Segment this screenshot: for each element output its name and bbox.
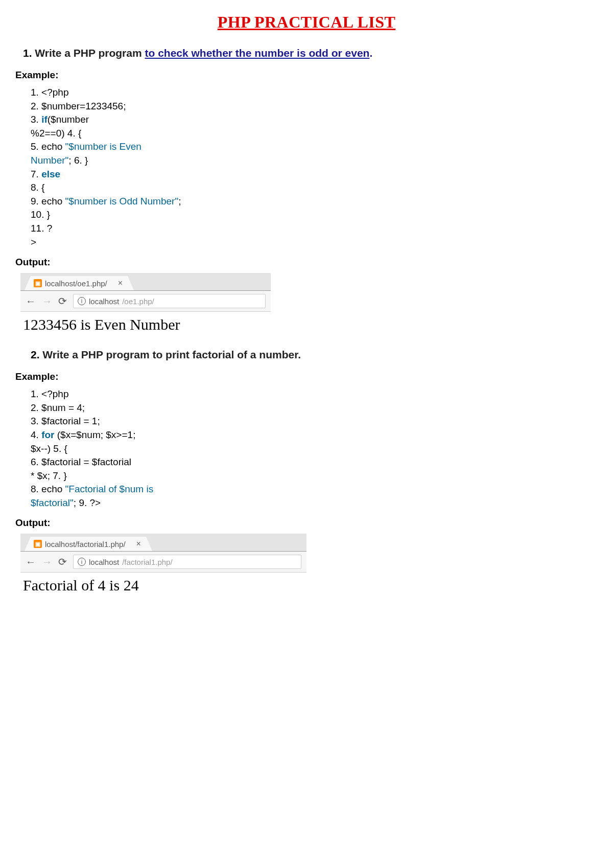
code-line: 6. $factorial = $factorial: [31, 455, 598, 469]
code-block-1: 1. <?php 2. $number=1233456; 3. if($numb…: [31, 86, 598, 249]
code-line: 2. $num = 4;: [31, 401, 598, 415]
question-1-link: to check whether the number is odd or ev…: [145, 47, 369, 59]
example-label-1: Example:: [15, 70, 598, 81]
info-icon[interactable]: i: [78, 558, 86, 566]
address-host: localhost: [89, 297, 119, 306]
address-host: localhost: [89, 558, 119, 566]
question-2-text: Write a PHP program to print factorial o…: [40, 349, 301, 360]
question-1-suffix: .: [369, 47, 372, 59]
code-line: 1. <?php: [31, 86, 598, 100]
code-block-2: 1. <?php 2. $num = 4; 3. $factorial = 1;…: [31, 387, 598, 510]
code-line: 2. $number=1233456;: [31, 100, 598, 113]
code-line: Number"; 6. }: [31, 154, 598, 168]
code-line: 4. for ($x=$num; $x>=1;: [31, 428, 598, 442]
question-2: 2. Write a PHP program to print factoria…: [31, 349, 598, 361]
question-1: 1. Write a PHP program to check whether …: [23, 47, 598, 59]
forward-icon[interactable]: →: [42, 295, 52, 307]
browser-toolbar: ← → ⟳ i localhost/factorial1.php/: [20, 552, 306, 573]
address-path: /oe1.php/: [122, 297, 154, 306]
close-icon[interactable]: ×: [118, 279, 123, 288]
info-icon[interactable]: i: [78, 297, 86, 305]
code-line: 1. <?php: [31, 387, 598, 401]
address-bar[interactable]: i localhost/factorial1.php/: [73, 555, 301, 569]
browser-tab[interactable]: ▣ localhost/oe1.php/ ×: [31, 276, 128, 290]
output-label-2: Output:: [15, 517, 598, 529]
output-label-1: Output:: [15, 257, 598, 268]
code-line: 9. echo "$number is Odd Number";: [31, 195, 598, 209]
page-title: PHP PRACTICAL LIST: [15, 13, 598, 32]
code-line: * $x; 7. }: [31, 469, 598, 483]
code-line: 3. $factorial = 1;: [31, 415, 598, 428]
code-line: %2==0) 4. {: [31, 127, 598, 141]
code-line: 11. ?: [31, 222, 598, 236]
xampp-icon: ▣: [34, 279, 42, 287]
output-text-1: 1233456 is Even Number: [23, 316, 598, 333]
code-line: >: [31, 236, 598, 249]
code-line: 5. echo "$number is Even: [31, 140, 598, 154]
tab-edge: [25, 537, 31, 551]
browser-mock-1: ▣ localhost/oe1.php/ × ← → ⟳ i localhost…: [20, 273, 271, 312]
tab-title: localhost/oe1.php/: [45, 279, 107, 288]
output-text-2: Factorial of 4 is 24: [23, 577, 598, 594]
browser-toolbar: ← → ⟳ i localhost/oe1.php/: [20, 291, 271, 312]
code-line: 7. else: [31, 168, 598, 181]
question-1-prefix: Write a PHP program: [35, 47, 145, 59]
forward-icon[interactable]: →: [42, 556, 52, 568]
tab-edge: [25, 276, 31, 290]
browser-tab[interactable]: ▣ localhost/factorial1.php/ ×: [31, 537, 146, 551]
browser-tabbar: ▣ localhost/factorial1.php/ ×: [20, 534, 306, 552]
question-1-number: 1.: [23, 47, 32, 59]
example-label-2: Example:: [15, 371, 598, 382]
tab-edge: [146, 537, 152, 551]
code-line: 3. if($number: [31, 113, 598, 127]
code-line: 10. }: [31, 208, 598, 222]
code-line: 8. echo "Factorial of $num is: [31, 483, 598, 496]
code-line: $x--) 5. {: [31, 442, 598, 456]
question-2-number: 2.: [31, 349, 40, 360]
back-icon[interactable]: ←: [26, 556, 36, 568]
reload-icon[interactable]: ⟳: [58, 295, 67, 307]
code-line: $factorial"; 9. ?>: [31, 496, 598, 510]
reload-icon[interactable]: ⟳: [58, 556, 67, 568]
browser-mock-2: ▣ localhost/factorial1.php/ × ← → ⟳ i lo…: [20, 534, 306, 573]
tab-edge: [128, 276, 134, 290]
browser-tabbar: ▣ localhost/oe1.php/ ×: [20, 273, 271, 291]
back-icon[interactable]: ←: [26, 295, 36, 307]
address-bar[interactable]: i localhost/oe1.php/: [73, 294, 266, 308]
code-line: 8. {: [31, 181, 598, 195]
address-path: /factorial1.php/: [122, 558, 172, 566]
xampp-icon: ▣: [34, 540, 42, 548]
tab-title: localhost/factorial1.php/: [45, 540, 126, 549]
close-icon[interactable]: ×: [136, 539, 141, 549]
